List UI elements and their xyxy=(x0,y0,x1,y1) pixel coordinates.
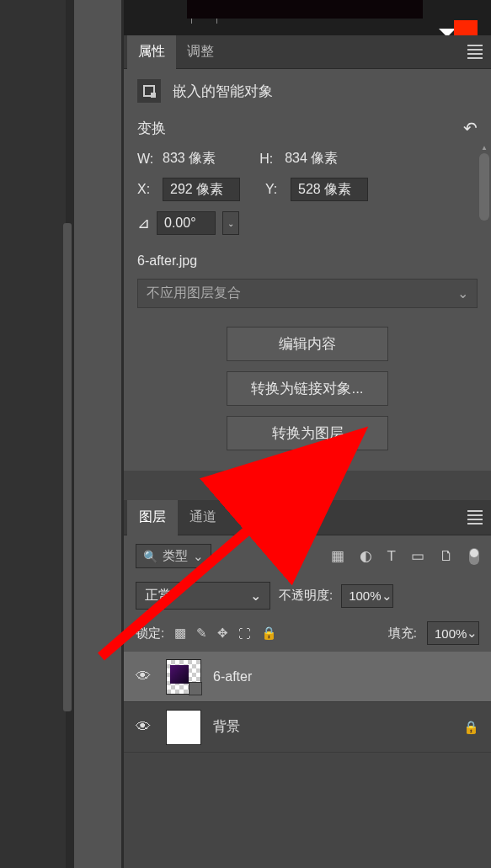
chevron-down-icon: ⌄ xyxy=(467,626,478,641)
w-value[interactable]: 833 像素 xyxy=(163,150,216,168)
visibility-eye-icon[interactable]: 👁 xyxy=(136,668,154,685)
tab-paths[interactable]: 路径 xyxy=(228,500,279,535)
lock-label: 锁定: xyxy=(136,626,164,642)
layer-comp-dropdown[interactable]: 不应用图层复合 ⌄ xyxy=(137,279,478,308)
visibility-eye-icon[interactable]: 👁 xyxy=(136,718,154,736)
red-swatch xyxy=(454,20,478,35)
left-scrollbar[interactable] xyxy=(63,223,72,711)
layer-thumbnail[interactable] xyxy=(166,710,201,745)
transform-title: 变换 xyxy=(137,119,166,138)
layer-comp-value: 不应用图层复合 xyxy=(147,285,241,302)
chevron-down-icon: ⌄ xyxy=(457,285,468,301)
lock-all-icon[interactable]: 🔒 xyxy=(261,626,277,641)
w-label: W: xyxy=(137,152,157,167)
convert-to-linked-button[interactable]: 转换为链接对象... xyxy=(227,371,388,406)
layers-tab-bar: 图层 通道 路径 xyxy=(124,500,491,535)
transform-section: 变换 ↶ W: 833 像素 H: 834 像素 X: Y: xyxy=(124,113,491,245)
blend-mode-value: 正常 xyxy=(145,587,172,604)
reset-icon[interactable]: ↶ xyxy=(463,118,478,138)
layer-thumbnail[interactable] xyxy=(166,659,201,695)
lock-indicator-icon: 🔒 xyxy=(463,720,479,735)
tab-layers[interactable]: 图层 xyxy=(127,500,178,535)
layers-filter-row: 🔍 类型 ⌄ ▦ ◐ T ▭ 🗋 xyxy=(124,535,491,577)
properties-tab-bar: 属性 调整 xyxy=(124,35,491,69)
smart-object-label: 嵌入的智能对象 xyxy=(173,82,273,101)
edit-contents-button[interactable]: 编辑内容 xyxy=(227,327,388,361)
blend-opacity-row: 正常 ⌄ 不透明度: 100% ⌄ xyxy=(124,577,491,615)
x-input[interactable] xyxy=(163,178,240,201)
lock-artboard-icon[interactable]: ⛶ xyxy=(238,626,251,641)
h-value[interactable]: 834 像素 xyxy=(285,150,338,168)
ruler-ticks xyxy=(187,19,423,35)
chevron-down-icon: ⌄ xyxy=(382,588,392,604)
opacity-label: 不透明度: xyxy=(279,588,333,604)
far-left-strip xyxy=(0,0,66,868)
smart-object-header: 嵌入的智能对象 xyxy=(124,69,491,113)
filter-image-icon[interactable]: ▦ xyxy=(331,547,344,565)
filter-type-dropdown[interactable]: 🔍 类型 ⌄ xyxy=(136,544,211,568)
lock-transparency-icon[interactable]: ▩ xyxy=(174,626,186,641)
panel-menu-icon[interactable] xyxy=(467,42,483,61)
image-preview xyxy=(187,0,423,19)
lock-fill-row: 锁定: ▩ ✎ ✥ ⛶ 🔒 填充: 100% ⌄ xyxy=(124,615,491,652)
tab-properties[interactable]: 属性 xyxy=(127,35,176,69)
file-section: 6-after.jpg 不应用图层复合 ⌄ xyxy=(124,245,491,323)
file-name-label: 6-after.jpg xyxy=(137,253,478,269)
y-input[interactable] xyxy=(291,178,368,201)
blend-mode-dropdown[interactable]: 正常 ⌄ xyxy=(136,582,270,610)
chevron-down-icon: ⌄ xyxy=(250,588,261,604)
filter-toggle[interactable] xyxy=(469,548,479,565)
opacity-value: 100% xyxy=(349,588,381,603)
smart-object-icon xyxy=(137,79,161,103)
filter-text-icon[interactable]: T xyxy=(387,548,396,565)
filter-adjustment-icon[interactable]: ◐ xyxy=(360,547,372,565)
x-label: X: xyxy=(137,182,157,197)
toolbar-strip xyxy=(74,0,121,868)
canvas-preview xyxy=(124,0,491,35)
layer-row[interactable]: 👁 背景 🔒 xyxy=(124,702,491,753)
layer-row[interactable]: 👁 6-after xyxy=(124,652,491,702)
scrollbar-thumb[interactable] xyxy=(479,153,489,221)
properties-scrollbar[interactable]: ▲ ▼ xyxy=(479,153,489,524)
layer-name[interactable]: 6-after xyxy=(213,669,479,684)
filter-type-label: 类型 xyxy=(163,548,188,564)
angle-dropdown-button[interactable]: ⌄ xyxy=(222,211,239,235)
angle-icon: ⊿ xyxy=(137,214,150,232)
layer-name[interactable]: 背景 xyxy=(213,718,451,736)
lock-image-icon[interactable]: ✎ xyxy=(196,626,207,641)
search-icon: 🔍 xyxy=(143,550,157,563)
filter-shape-icon[interactable]: ▭ xyxy=(411,547,424,565)
h-label: H: xyxy=(259,152,280,167)
convert-to-layers-button[interactable]: 转换为图层 xyxy=(227,416,388,450)
y-label: Y: xyxy=(265,182,286,197)
angle-input[interactable] xyxy=(157,211,216,235)
tab-channels[interactable]: 通道 xyxy=(178,500,228,535)
fill-label: 填充: xyxy=(388,626,417,642)
smart-object-badge-icon xyxy=(189,682,202,695)
filter-smartobj-icon[interactable]: 🗋 xyxy=(440,548,454,565)
opacity-input[interactable]: 100% ⌄ xyxy=(341,584,393,608)
layers-panel-menu-icon[interactable] xyxy=(467,508,483,527)
playhead-icon xyxy=(439,29,456,35)
lock-position-icon[interactable]: ✥ xyxy=(217,626,228,641)
tab-adjustments[interactable]: 调整 xyxy=(176,35,225,69)
fill-input[interactable]: 100% ⌄ xyxy=(427,621,479,645)
fill-value: 100% xyxy=(435,626,467,641)
chevron-down-icon: ⌄ xyxy=(193,549,204,564)
layer-list: 👁 6-after 👁 背景 🔒 xyxy=(124,652,491,753)
